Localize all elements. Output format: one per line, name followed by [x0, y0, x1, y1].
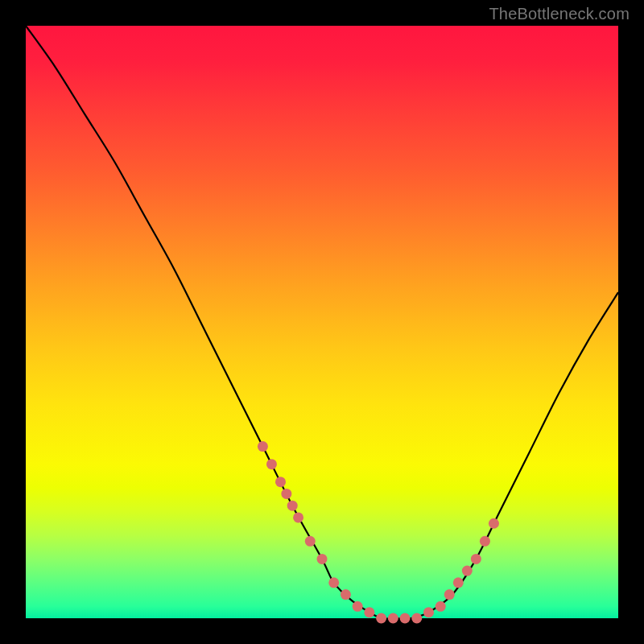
curve-dot	[423, 607, 434, 617]
curve-dot	[353, 601, 363, 612]
curve-dot	[293, 512, 303, 522]
curve-dot	[411, 613, 422, 624]
curve-svg	[26, 26, 618, 618]
curve-dot	[444, 589, 455, 600]
curve-dot	[328, 577, 339, 588]
bottleneck-curve	[26, 26, 618, 619]
plot-area	[26, 26, 618, 618]
curve-dot	[275, 477, 286, 487]
curve-dot	[281, 489, 291, 499]
curve-dot	[305, 536, 316, 547]
chart-frame: TheBottleneck.com	[0, 0, 644, 644]
curve-dot	[376, 613, 386, 624]
curve-dot	[471, 554, 481, 564]
curve-dot	[489, 518, 499, 529]
curve-dots	[258, 441, 499, 623]
curve-dot	[436, 601, 446, 612]
bottleneck-curve-line	[26, 26, 618, 619]
curve-dot	[462, 566, 473, 576]
curve-dot	[317, 554, 328, 564]
curve-dot	[400, 613, 411, 624]
curve-dot	[266, 459, 277, 469]
curve-dot	[287, 501, 298, 511]
curve-dot	[364, 607, 374, 617]
curve-dot	[341, 589, 351, 600]
watermark-text: TheBottleneck.com	[489, 5, 630, 23]
curve-dot	[480, 536, 490, 547]
curve-dot	[258, 441, 268, 452]
curve-dot	[388, 613, 398, 624]
curve-dot	[453, 577, 464, 588]
